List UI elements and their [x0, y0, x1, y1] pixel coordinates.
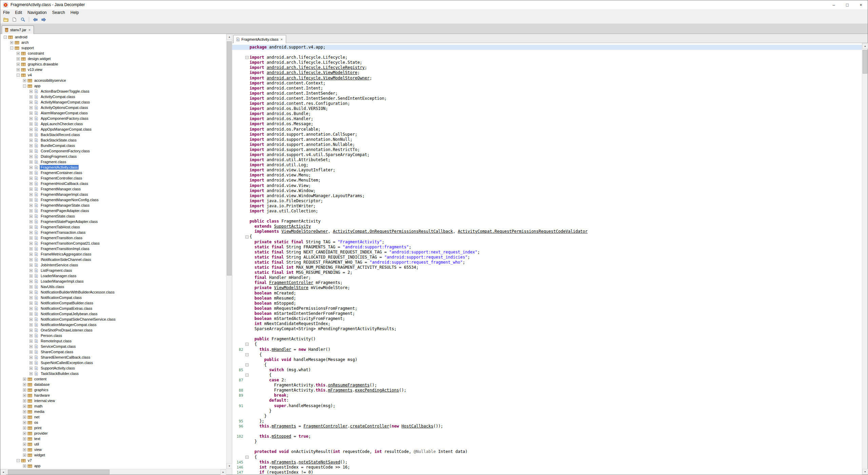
- tree-item[interactable]: +CFragmentHostCallback.class: [0, 181, 226, 186]
- tree-item[interactable]: +CFragmentManagerState.class: [0, 203, 226, 208]
- code-link[interactable]: mFragments: [272, 460, 296, 464]
- expand-toggle-icon[interactable]: +: [29, 302, 33, 305]
- code-scroll-up-icon[interactable]: ▲: [862, 43, 868, 49]
- tree-item[interactable]: +CFragmentActivity.class: [0, 165, 226, 170]
- tree-item[interactable]: +CActivityCompat.class: [0, 94, 226, 99]
- tree-item[interactable]: +arch: [0, 40, 226, 45]
- tree-item[interactable]: +CFragmentTransitionCompat21.class: [0, 241, 226, 246]
- expand-toggle-icon[interactable]: +: [29, 247, 33, 250]
- expand-toggle-icon[interactable]: +: [23, 432, 26, 435]
- tree-item[interactable]: +graphics: [0, 387, 226, 393]
- expand-toggle-icon[interactable]: +: [17, 57, 20, 60]
- expand-toggle-icon[interactable]: +: [29, 231, 33, 234]
- tree-item[interactable]: +CFragmentStatePagerAdapter.class: [0, 219, 226, 224]
- expand-toggle-icon[interactable]: +: [29, 101, 33, 104]
- tree-item[interactable]: +CFragmentManager.class: [0, 186, 226, 192]
- expand-toggle-icon[interactable]: +: [29, 166, 33, 169]
- expand-toggle-icon[interactable]: +: [29, 144, 33, 147]
- menu-file[interactable]: File: [0, 9, 12, 16]
- code-link[interactable]: noteStateNotSaved: [299, 460, 340, 464]
- expand-toggle-icon[interactable]: +: [29, 236, 33, 240]
- expand-toggle-icon[interactable]: +: [29, 345, 33, 348]
- tree-item[interactable]: +CDialogFragment.class: [0, 154, 226, 159]
- tree-item[interactable]: +CShareCompat.class: [0, 349, 226, 355]
- expand-toggle-icon[interactable]: +: [29, 204, 33, 207]
- scroll-down-icon[interactable]: ▼: [226, 463, 232, 469]
- expand-toggle-icon[interactable]: +: [29, 215, 33, 218]
- tree-item[interactable]: +os: [0, 420, 226, 425]
- expand-toggle-icon[interactable]: +: [29, 340, 33, 343]
- code-link[interactable]: ViewModelStoreOwner: [281, 229, 328, 234]
- tree-item[interactable]: +CSupportActivity.class: [0, 365, 226, 371]
- scroll-up-icon[interactable]: ▲: [226, 34, 232, 40]
- expand-toggle-icon[interactable]: +: [29, 367, 33, 370]
- tree-item[interactable]: +CSharedElementCallback.class: [0, 355, 226, 360]
- code-link[interactable]: createController: [350, 424, 389, 429]
- expand-toggle-icon[interactable]: +: [23, 448, 26, 451]
- tree-item[interactable]: +database: [0, 382, 226, 387]
- expand-toggle-icon[interactable]: +: [29, 139, 33, 142]
- tree-item[interactable]: +CFrameMetricsAggregator.class: [0, 251, 226, 257]
- expand-toggle-icon[interactable]: +: [29, 209, 33, 212]
- expand-toggle-icon[interactable]: +: [29, 334, 33, 337]
- code-link[interactable]: ViewModelStore: [274, 285, 308, 290]
- tree-item[interactable]: +v13.view: [0, 67, 226, 72]
- editor-tab-close-icon[interactable]: ×: [280, 37, 283, 41]
- tree-item[interactable]: +CCoreComponentFactory.class: [0, 148, 226, 154]
- expand-toggle-icon[interactable]: +: [10, 41, 13, 44]
- tree-item[interactable]: +CAppComponentFactory.class: [0, 116, 226, 121]
- tree-item[interactable]: -support: [0, 45, 226, 51]
- tree-item[interactable]: +math: [0, 403, 226, 409]
- code-scroll-down-icon[interactable]: ▼: [862, 469, 868, 475]
- tree-item[interactable]: +graphics.drawable: [0, 61, 226, 67]
- tree-item[interactable]: +CINotificationSideChannel.class: [0, 257, 226, 262]
- expand-toggle-icon[interactable]: +: [23, 410, 26, 413]
- tree-item[interactable]: +CLoaderManager.class: [0, 273, 226, 279]
- open-file-button[interactable]: [2, 16, 10, 23]
- expand-toggle-icon[interactable]: +: [29, 112, 33, 115]
- fold-toggle-icon[interactable]: -: [245, 456, 249, 459]
- tree-item[interactable]: +CFragmentState.class: [0, 213, 226, 219]
- code-vertical-scrollbar[interactable]: ▲ ▼: [862, 43, 868, 475]
- expand-toggle-icon[interactable]: +: [17, 52, 20, 55]
- collapse-toggle-icon[interactable]: -: [17, 459, 20, 462]
- expand-toggle-icon[interactable]: +: [23, 383, 26, 386]
- tree-item[interactable]: +CLoaderManagerImpl.class: [0, 279, 226, 284]
- tree-vertical-scrollbar[interactable]: ▲ ▼: [226, 34, 232, 469]
- tree-item[interactable]: -app: [0, 83, 226, 89]
- code-link[interactable]: FragmentController: [303, 424, 348, 429]
- maximize-button[interactable]: □: [841, 0, 854, 9]
- expand-toggle-icon[interactable]: +: [29, 177, 33, 180]
- collapse-toggle-icon[interactable]: -: [17, 74, 20, 77]
- tree-item[interactable]: +CFragmentPagerAdapter.class: [0, 208, 226, 213]
- expand-toggle-icon[interactable]: +: [29, 285, 33, 288]
- expand-toggle-icon[interactable]: +: [29, 90, 33, 93]
- expand-toggle-icon[interactable]: +: [29, 242, 33, 245]
- expand-toggle-icon[interactable]: +: [29, 160, 33, 164]
- expand-toggle-icon[interactable]: +: [23, 464, 26, 468]
- tree-item[interactable]: -v7: [0, 458, 226, 463]
- tree-item[interactable]: +CJobIntentService.class: [0, 262, 226, 268]
- expand-toggle-icon[interactable]: +: [23, 426, 26, 430]
- expand-toggle-icon[interactable]: +: [29, 122, 33, 126]
- tree-item[interactable]: +CNotificationCompatExtras.class: [0, 306, 226, 311]
- fold-toggle-icon[interactable]: -: [245, 235, 249, 239]
- scroll-left-icon[interactable]: ◄: [0, 469, 6, 475]
- tree-item[interactable]: +CFragment.class: [0, 159, 226, 165]
- tree-item[interactable]: +COneShotPreDrawListener.class: [0, 327, 226, 333]
- tree-item[interactable]: +CNotificationCompatSideChannelService.c…: [0, 317, 226, 322]
- expand-toggle-icon[interactable]: +: [29, 296, 33, 299]
- expand-toggle-icon[interactable]: +: [23, 416, 26, 419]
- tree-item[interactable]: +CFragmentManagerNonConfig.class: [0, 197, 226, 203]
- expand-toggle-icon[interactable]: +: [23, 454, 26, 457]
- expand-toggle-icon[interactable]: +: [29, 356, 33, 359]
- tree-item[interactable]: +provider: [0, 431, 226, 436]
- expand-toggle-icon[interactable]: +: [29, 329, 33, 332]
- code-link[interactable]: HostCallbacks: [401, 424, 433, 429]
- expand-toggle-icon[interactable]: +: [29, 323, 33, 326]
- tree-item[interactable]: +CActionBarDrawerToggle.class: [0, 89, 226, 94]
- tree-item[interactable]: +CTaskStackBuilder.class: [0, 371, 226, 376]
- fold-toggle-icon[interactable]: -: [245, 353, 249, 356]
- tree-item[interactable]: +CNavUtils.class: [0, 284, 226, 289]
- menu-search[interactable]: Search: [50, 9, 68, 16]
